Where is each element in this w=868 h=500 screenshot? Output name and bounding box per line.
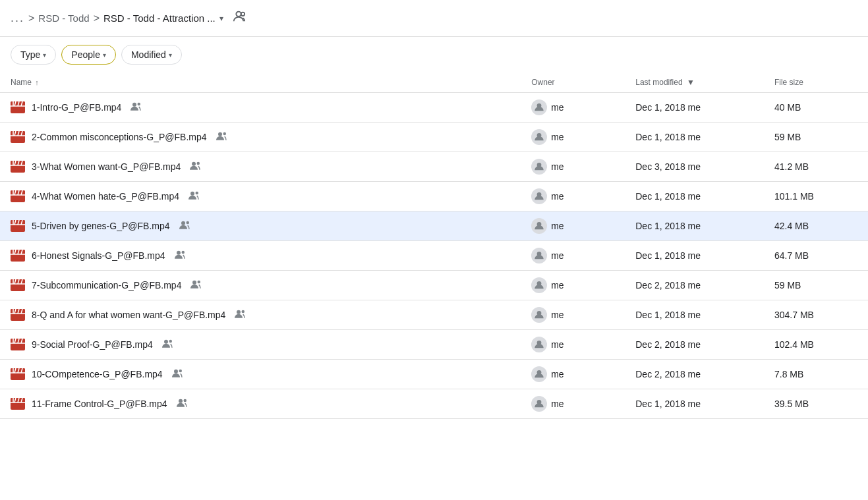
shared-icon (235, 309, 246, 321)
shared-icon (177, 398, 188, 410)
size-cell-4: 101.1 MB (764, 182, 868, 211)
type-filter-button[interactable]: Type ▾ (11, 45, 56, 65)
modified-cell-3: Dec 3, 2018 me (625, 152, 764, 182)
owner-avatar (531, 159, 547, 175)
file-size: 39.5 MB (774, 399, 809, 409)
video-file-icon (11, 161, 25, 173)
video-file-icon (11, 190, 25, 202)
owner-name: me (551, 399, 564, 409)
svg-point-70 (198, 281, 201, 284)
size-cell-5: 42.4 MB (764, 211, 868, 241)
table-row[interactable]: 7-Subcommunication-G_P@FB.mp4 me Dec 2, … (0, 271, 868, 300)
video-file-icon (11, 101, 25, 113)
svg-point-29 (192, 162, 196, 166)
file-name-cell-7: 7-Subcommunication-G_P@FB.mp4 (0, 271, 521, 300)
svg-point-9 (132, 103, 136, 107)
owner-avatar (531, 218, 547, 234)
modified-cell-10: Dec 2, 2018 me (625, 360, 764, 389)
svg-point-30 (197, 162, 200, 165)
modified-date: Dec 2, 2018 me (635, 280, 701, 291)
file-name: 2-Common misconceptions-G_P@FB.mp4 (32, 132, 207, 142)
table-row[interactable]: 4-What Women hate-G_P@FB.mp4 me Dec 1, 2… (0, 182, 868, 211)
modified-date: Dec 3, 2018 me (635, 161, 701, 172)
name-sort-indicator: ↑ (35, 78, 39, 86)
type-filter-label: Type (20, 49, 40, 60)
svg-point-10 (138, 103, 141, 106)
modified-cell-5: Dec 1, 2018 me (625, 211, 764, 241)
file-name-cell-8: 8-Q and A for what women want-G_P@FB.mp4 (0, 300, 521, 330)
svg-point-80 (242, 310, 245, 314)
column-header-modified[interactable]: Last modified ▼ (625, 72, 764, 93)
svg-point-50 (186, 221, 189, 225)
owner-cell-9: me (521, 330, 625, 360)
file-name: 3-What Women want-G_P@FB.mp4 (32, 161, 181, 172)
owner-cell-5: me (521, 211, 625, 241)
video-file-icon (11, 250, 25, 262)
shared-icon (179, 220, 191, 232)
owner-name: me (551, 161, 564, 172)
column-header-owner[interactable]: Owner (521, 72, 625, 93)
table-row[interactable]: 9-Social Proof-G_P@FB.mp4 me Dec 2, 2018… (0, 330, 868, 360)
column-header-size[interactable]: File size (764, 72, 868, 93)
table-row[interactable]: 1-Intro-G_P@FB.mp4 me Dec 1, 2018 me40 M… (0, 93, 868, 123)
breadcrumb-more-button[interactable]: ... (11, 11, 24, 25)
table-row[interactable]: 6-Honest Signals-G_P@FB.mp4 me Dec 1, 20… (0, 241, 868, 271)
shared-icon (130, 101, 142, 113)
video-file-icon (11, 279, 25, 291)
file-name-cell-11: 11-Frame Control-G_P@FB.mp4 (0, 389, 521, 419)
svg-point-109 (179, 399, 183, 403)
owner-cell-4: me (521, 182, 625, 211)
modified-filter-button[interactable]: Modified ▾ (121, 45, 182, 65)
svg-point-60 (181, 251, 185, 254)
breadcrumb-dropdown-icon: ▾ (219, 14, 223, 23)
video-file-icon (11, 368, 25, 380)
file-name-cell-6: 6-Honest Signals-G_P@FB.mp4 (0, 241, 521, 271)
modified-cell-6: Dec 1, 2018 me (625, 241, 764, 271)
people-filter-button[interactable]: People ▾ (61, 45, 116, 65)
file-size: 42.4 MB (774, 221, 809, 231)
svg-point-99 (174, 370, 178, 374)
owner-avatar (531, 248, 547, 264)
modified-cell-8: Dec 1, 2018 me (625, 300, 764, 330)
file-size: 59 MB (774, 132, 801, 142)
shared-icon (172, 368, 184, 380)
modified-date: Dec 1, 2018 me (635, 102, 701, 113)
owner-name: me (551, 369, 564, 379)
file-name: 9-Social Proof-G_P@FB.mp4 (32, 339, 153, 350)
table-row[interactable]: 3-What Women want-G_P@FB.mp4 me Dec 3, 2… (0, 152, 868, 182)
svg-point-39 (190, 192, 194, 196)
owner-avatar (531, 188, 547, 204)
table-row[interactable]: 2-Common misconceptions-G_P@FB.mp4 me De… (0, 123, 868, 152)
size-cell-2: 59 MB (764, 123, 868, 152)
filters-bar: Type ▾ People ▾ Modified ▾ (0, 37, 868, 72)
size-cell-10: 7.8 MB (764, 360, 868, 389)
table-row[interactable]: 8-Q and A for what women want-G_P@FB.mp4… (0, 300, 868, 330)
modified-cell-2: Dec 1, 2018 me (625, 123, 764, 152)
file-size: 40 MB (774, 102, 801, 113)
owner-name: me (551, 280, 564, 291)
table-row[interactable]: 11-Frame Control-G_P@FB.mp4 me Dec 1, 20… (0, 389, 868, 419)
svg-point-1 (241, 13, 245, 16)
breadcrumb-rsd-todd[interactable]: RSD - Todd (38, 13, 89, 24)
file-size: 7.8 MB (774, 369, 803, 379)
table-row[interactable]: 10-COmpetence-G_P@FB.mp4 me Dec 2, 2018 … (0, 360, 868, 389)
table-row[interactable]: 5-Driven by genes-G_P@FB.mp4 me Dec 1, 2… (0, 211, 868, 241)
modified-date: Dec 2, 2018 me (635, 339, 701, 350)
owner-cell-2: me (521, 123, 625, 152)
owner-cell-10: me (521, 360, 625, 389)
svg-point-89 (164, 340, 168, 344)
modified-cell-11: Dec 1, 2018 me (625, 389, 764, 419)
people-filter-label: People (71, 49, 100, 60)
file-size: 102.4 MB (774, 339, 814, 350)
breadcrumb: ... > RSD - Todd > RSD - Todd - Attracti… (0, 0, 868, 37)
svg-point-100 (179, 370, 182, 373)
share-folder-icon[interactable] (231, 9, 246, 27)
breadcrumb-current-folder[interactable]: RSD - Todd - Attraction ... ▾ (103, 13, 223, 24)
file-name-cell-10: 10-COmpetence-G_P@FB.mp4 (0, 360, 521, 389)
shared-icon (188, 190, 200, 202)
column-header-name[interactable]: Name ↑ (0, 72, 521, 93)
modified-cell-9: Dec 2, 2018 me (625, 330, 764, 360)
modified-date: Dec 2, 2018 me (635, 369, 701, 379)
size-cell-9: 102.4 MB (764, 330, 868, 360)
owner-avatar (531, 337, 547, 352)
